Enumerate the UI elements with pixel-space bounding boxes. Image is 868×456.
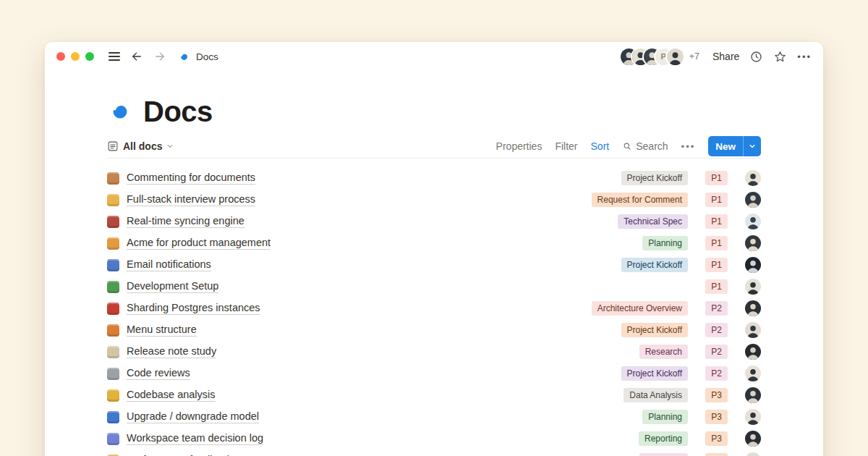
avatar-stack: P	[621, 48, 684, 65]
doc-type-tag[interactable]: Research	[639, 453, 688, 456]
avatar-overflow-count[interactable]: +7	[689, 51, 699, 62]
assignee-avatar[interactable]	[745, 235, 761, 251]
back-button[interactable]	[130, 50, 143, 63]
doc-title-link[interactable]: Commenting for documents	[127, 172, 255, 185]
ledger-icon	[107, 433, 119, 445]
priority-tag[interactable]: P1	[705, 171, 728, 185]
priority-tag[interactable]: P2	[705, 301, 728, 316]
mailbox-icon	[107, 259, 119, 271]
doc-type-tag[interactable]: Project Kickoff	[621, 171, 688, 185]
page-title: Docs	[143, 96, 213, 128]
doc-title-link[interactable]: Real-time syncing engine	[127, 215, 244, 228]
doc-type-tag[interactable]: Request for Comment	[592, 193, 688, 207]
priority-tag[interactable]: P1	[705, 236, 728, 250]
view-switcher[interactable]: All docs	[107, 140, 174, 152]
table-row[interactable]: Full-stack interview process Request for…	[107, 189, 761, 211]
doc-title-link[interactable]: Upgrade / downgrade model	[127, 410, 259, 423]
doc-type-tag[interactable]: Planning	[642, 410, 688, 424]
priority-tag[interactable]: P3	[705, 453, 728, 456]
search-button[interactable]: Search	[622, 140, 668, 152]
doc-title-link[interactable]: Email notifications	[127, 258, 211, 271]
filter-button[interactable]: Filter	[555, 140, 577, 152]
new-dropdown-button[interactable]	[743, 136, 761, 156]
updates-button[interactable]	[749, 50, 763, 64]
handshake-icon	[107, 194, 119, 206]
doc-title-link[interactable]: Release note study	[127, 345, 216, 358]
table-row[interactable]: Sharding Postgres instances Architecture…	[107, 297, 761, 319]
doc-type-tag[interactable]: Project Kickoff	[621, 366, 688, 381]
table-row[interactable]: Real-time syncing engine Technical Spec …	[107, 211, 761, 232]
doc-title-link[interactable]: Code reviews	[127, 367, 190, 380]
priority-tag[interactable]: P2	[705, 366, 728, 381]
assignee-avatar[interactable]	[745, 192, 761, 208]
doc-type-tag[interactable]: Reporting	[639, 431, 688, 446]
assignee-avatar[interactable]	[745, 344, 761, 360]
doc-title-link[interactable]: Acme for product management	[127, 237, 271, 250]
table-row[interactable]: Email notifications Project Kickoff P1	[107, 254, 761, 276]
priority-tag[interactable]: P2	[705, 345, 728, 359]
forward-button[interactable]	[153, 50, 166, 63]
assignee-avatar[interactable]	[745, 452, 761, 456]
doc-title-link[interactable]: Menu structure	[127, 324, 197, 337]
window-more-button[interactable]: •••	[797, 51, 812, 62]
table-row[interactable]: Development Setup P1	[107, 276, 761, 297]
doc-type-tag[interactable]: Data Analysis	[624, 388, 688, 402]
priority-tag[interactable]: P3	[705, 388, 728, 402]
doc-type-tag[interactable]: Research	[639, 345, 688, 359]
priority-tag[interactable]: P1	[705, 279, 728, 294]
assignee-avatar[interactable]	[745, 257, 761, 273]
assignee-avatar[interactable]	[745, 170, 761, 186]
priority-tag[interactable]: P1	[705, 258, 728, 272]
table-row[interactable]: Acme for product management Planning P1	[107, 232, 761, 254]
sort-button[interactable]: Sort	[591, 140, 610, 152]
hamburger-icon	[109, 52, 120, 61]
table-row[interactable]: Upgrade / downgrade model Planning P3	[107, 406, 761, 428]
priority-tag[interactable]: P3	[705, 410, 728, 424]
doc-title-link[interactable]: Workspace team decision log	[127, 432, 263, 445]
assignee-avatar[interactable]	[745, 366, 761, 381]
priority-tag[interactable]: P1	[705, 214, 728, 229]
carrot-icon	[107, 324, 119, 337]
keyboard-icon	[107, 368, 119, 380]
traffic-light-close[interactable]	[56, 52, 65, 61]
traffic-light-zoom[interactable]	[85, 52, 94, 61]
properties-button[interactable]: Properties	[496, 140, 542, 152]
doc-type-tag[interactable]: Architecture Overview	[592, 301, 688, 316]
doc-type-tag[interactable]: Planning	[642, 236, 688, 250]
doc-type-tag[interactable]: Project Kickoff	[621, 323, 688, 337]
table-row[interactable]: Workspace team decision log Reporting P3	[107, 428, 761, 449]
doc-title-link[interactable]: Full-stack interview process	[127, 193, 255, 206]
assignee-avatar[interactable]	[745, 322, 761, 338]
doc-type-tag[interactable]: Project Kickoff	[621, 258, 688, 272]
assignee-avatar[interactable]	[745, 409, 761, 425]
collaborator-avatar[interactable]	[667, 48, 684, 65]
table-row[interactable]: Menu structure Project Kickoff P2	[107, 319, 761, 341]
favorite-button[interactable]	[773, 50, 787, 64]
assignee-avatar[interactable]	[745, 387, 761, 403]
assignee-avatar[interactable]	[745, 431, 761, 447]
doc-title-link[interactable]: Development Setup	[127, 280, 218, 293]
postbox-icon	[107, 303, 119, 315]
table-row[interactable]: Codebase analysis Data Analysis P3	[107, 384, 761, 406]
assignee-avatar[interactable]	[745, 279, 761, 295]
new-button[interactable]: New	[708, 136, 761, 156]
doc-title-link[interactable]: Sharding Postgres instances	[127, 302, 260, 315]
new-button-label[interactable]: New	[708, 136, 743, 156]
traffic-light-minimize[interactable]	[71, 52, 80, 61]
priority-tag[interactable]: P3	[705, 431, 728, 446]
ellipsis-icon: •••	[681, 141, 696, 152]
table-row[interactable]: Code reviews Project Kickoff P2	[107, 363, 761, 384]
doc-title-link[interactable]: Codebase analysis	[127, 389, 216, 402]
sidebar-menu-button[interactable]	[109, 52, 120, 61]
priority-tag[interactable]: P1	[705, 193, 728, 207]
assignee-avatar[interactable]	[745, 214, 761, 229]
share-button[interactable]: Share	[712, 51, 739, 62]
clock-icon	[749, 50, 763, 64]
table-row[interactable]: Commenting for documents Project Kickoff…	[107, 167, 761, 189]
priority-tag[interactable]: P2	[705, 323, 728, 337]
table-row[interactable]: Release note study Research P2	[107, 341, 761, 363]
table-row[interactable]: Performance feedback Research P3	[107, 449, 761, 456]
view-more-button[interactable]: •••	[681, 141, 696, 152]
doc-type-tag[interactable]: Technical Spec	[618, 214, 688, 229]
assignee-avatar[interactable]	[745, 300, 761, 316]
